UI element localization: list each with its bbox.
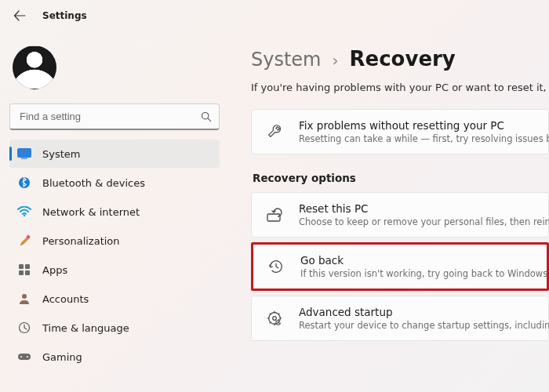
svg-rect-16: [267, 214, 280, 221]
arrow-left-icon: [13, 9, 26, 22]
tile-reset-pc[interactable]: Reset this PC Choose to keep or remove y…: [251, 192, 549, 238]
breadcrumb: System › Recovery: [251, 47, 549, 71]
account-area[interactable]: [9, 38, 220, 103]
tile-subtitle: If this version isn't working, try going…: [300, 268, 534, 279]
system-icon: [17, 147, 31, 161]
tile-text: Go back If this version isn't working, t…: [300, 254, 534, 279]
sidebar-item-label: Network & internet: [42, 206, 140, 218]
sidebar-item-label: Apps: [42, 264, 67, 276]
svg-rect-7: [19, 264, 24, 269]
content: System › Recovery If you're having probl…: [229, 31, 549, 392]
wrench-icon: [264, 122, 285, 142]
tile-list-top: Fix problems without resetting your PC R…: [251, 109, 549, 154]
sidebar-item-time-language[interactable]: Time & language: [9, 314, 220, 342]
tile-subtitle: Resetting can take a while — first, try …: [299, 133, 536, 144]
sidebar-item-system[interactable]: System: [9, 140, 220, 168]
gaming-icon: [17, 350, 31, 364]
sidebar-item-label: Time & language: [42, 322, 129, 334]
sidebar: System Bluetooth & devices Network & int…: [0, 31, 229, 392]
sidebar-item-label: Bluetooth & devices: [42, 177, 145, 189]
svg-rect-3: [21, 158, 27, 159]
search-wrap: [9, 103, 220, 130]
nav: System Bluetooth & devices Network & int…: [9, 140, 220, 371]
sidebar-item-label: System: [42, 148, 80, 160]
tile-title: Reset this PC: [299, 202, 536, 215]
clock-language-icon: [17, 321, 31, 335]
back-button[interactable]: [11, 7, 28, 24]
svg-rect-8: [25, 264, 30, 269]
sidebar-item-label: Accounts: [42, 293, 89, 305]
svg-rect-9: [19, 270, 24, 275]
sidebar-item-gaming[interactable]: Gaming: [9, 343, 220, 371]
svg-rect-13: [18, 354, 31, 360]
intro-text: If you're having problems with your PC o…: [251, 82, 549, 93]
wifi-icon: [17, 205, 31, 219]
svg-point-5: [24, 215, 25, 216]
tile-fix-problems[interactable]: Fix problems without resetting your PC R…: [251, 109, 549, 154]
history-icon: [266, 256, 286, 277]
svg-point-15: [27, 356, 28, 358]
sidebar-item-accounts[interactable]: Accounts: [9, 285, 220, 313]
paintbrush-icon: [17, 234, 31, 248]
tile-title: Fix problems without resetting your PC: [299, 119, 536, 132]
sidebar-item-personalization[interactable]: Personalization: [9, 227, 220, 255]
accounts-icon: [17, 292, 31, 306]
svg-point-18: [273, 317, 277, 321]
tile-subtitle: Restart your device to change startup se…: [299, 320, 536, 331]
titlebar: Settings: [0, 0, 549, 31]
apps-icon: [17, 263, 31, 277]
tile-title: Go back: [300, 254, 534, 267]
breadcrumb-parent[interactable]: System: [251, 49, 322, 71]
sidebar-item-label: Personalization: [42, 235, 120, 247]
search-icon: [201, 111, 212, 122]
shell: System Bluetooth & devices Network & int…: [0, 31, 549, 392]
tile-advanced-startup[interactable]: Advanced startup Restart your device to …: [251, 296, 549, 341]
chevron-right-icon: ›: [333, 51, 339, 70]
sidebar-item-bluetooth[interactable]: Bluetooth & devices: [9, 169, 220, 197]
window-title: Settings: [42, 10, 87, 21]
svg-rect-10: [25, 270, 30, 275]
section-label-recovery: Recovery options: [253, 172, 549, 184]
bluetooth-icon: [17, 176, 31, 190]
sidebar-item-apps[interactable]: Apps: [9, 256, 220, 284]
tile-title: Advanced startup: [299, 306, 536, 318]
tile-text: Fix problems without resetting your PC R…: [299, 119, 536, 144]
tile-text: Advanced startup Restart your device to …: [299, 306, 536, 331]
tile-subtitle: Choose to keep or remove your personal f…: [299, 216, 536, 227]
tile-text: Reset this PC Choose to keep or remove y…: [299, 202, 536, 227]
svg-point-14: [20, 356, 22, 358]
avatar: [13, 45, 56, 89]
svg-rect-2: [18, 149, 31, 158]
svg-line-1: [208, 118, 211, 122]
sidebar-item-label: Gaming: [42, 351, 82, 363]
tile-list-recovery: Reset this PC Choose to keep or remove y…: [251, 192, 549, 341]
svg-point-11: [22, 294, 27, 299]
tile-go-back[interactable]: Go back If this version isn't working, t…: [251, 242, 549, 291]
reset-pc-icon: [264, 205, 285, 225]
advanced-startup-icon: [264, 308, 285, 328]
search-input[interactable]: [9, 103, 220, 130]
page-title: Recovery: [350, 47, 456, 71]
sidebar-item-network[interactable]: Network & internet: [9, 198, 220, 226]
